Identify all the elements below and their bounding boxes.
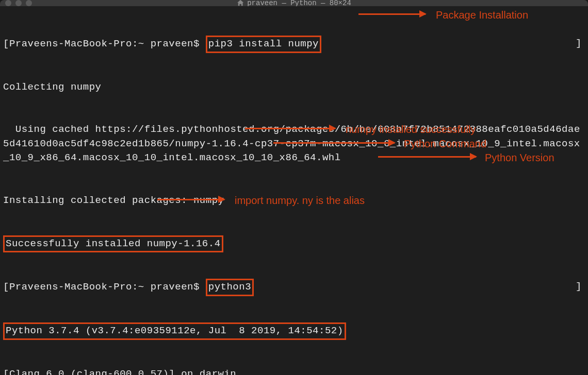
annotation-arrow (157, 199, 224, 200)
bracket-end: ] (576, 37, 582, 51)
annotation-label: Python Version (485, 150, 554, 165)
annotation-arrow (378, 156, 476, 158)
terminal-line: [Praveens-MacBook-Pro:~ praveen$ python3… (3, 280, 585, 295)
terminal-line: Collecting numpy (3, 80, 585, 95)
annotation-arrow (245, 128, 335, 129)
annotation-label: import numpy. ny is the alias (235, 193, 365, 208)
shell-prompt: [Praveens-MacBook-Pro:~ praveen$ (3, 38, 206, 49)
highlighted-command: pip3 install numpy (206, 36, 321, 53)
terminal-line: [Clang 6.0 (clang-600.0.57)] on darwin (3, 367, 585, 375)
highlighted-output: Successfully installed numpy-1.16.4 (3, 235, 223, 253)
terminal-line: Successfully installed numpy-1.16.4 (3, 236, 585, 252)
annotation-label: numpy installed successfully (346, 122, 476, 137)
terminal-content[interactable]: [Praveens-MacBook-Pro:~ praveen$ pip3 in… (0, 6, 588, 375)
close-window-button[interactable] (5, 0, 11, 6)
highlighted-command: python3 (206, 279, 254, 296)
highlighted-output: Python 3.7.4 (v3.7.4:e09359112e, Jul 8 2… (3, 322, 346, 340)
minimize-window-button[interactable] (15, 0, 22, 6)
window-titlebar: praveen — Python — 80×24 (0, 0, 588, 6)
shell-prompt: [Praveens-MacBook-Pro:~ praveen$ (3, 281, 206, 293)
terminal-line: [Praveens-MacBook-Pro:~ praveen$ pip3 in… (3, 37, 585, 52)
terminal-window: praveen — Python — 80×24 [Praveens-MacBo… (0, 0, 588, 375)
bracket-end: ] (576, 280, 582, 294)
maximize-window-button[interactable] (26, 0, 32, 6)
terminal-line: Python 3.7.4 (v3.7.4:e09359112e, Jul 8 2… (3, 323, 585, 339)
annotation-arrow (358, 13, 426, 15)
annotation-label: Python Command (404, 137, 486, 151)
annotation-arrow (273, 142, 395, 144)
traffic-lights (5, 0, 32, 6)
annotation-label: Package Installation (436, 8, 528, 23)
